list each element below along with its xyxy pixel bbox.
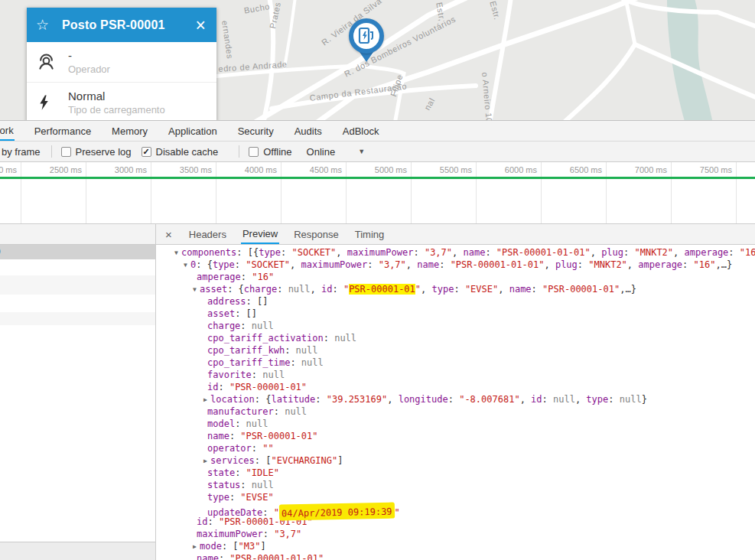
tab-memory[interactable]: Memory bbox=[111, 121, 148, 141]
gridline bbox=[671, 162, 672, 223]
request-row bbox=[0, 312, 155, 325]
tab-adblock[interactable]: AdBlock bbox=[342, 121, 380, 141]
close-detail-icon[interactable]: × bbox=[163, 224, 174, 244]
json-punctuation: ,…} bbox=[715, 259, 732, 270]
json-string: "M3" bbox=[239, 541, 261, 552]
lightning-bolt-icon bbox=[36, 93, 68, 112]
detail-tab-response[interactable]: Response bbox=[292, 224, 340, 244]
json-null: null bbox=[285, 406, 307, 417]
json-null: null bbox=[246, 418, 268, 429]
charging-type-info: Normal Tipo de carregamento bbox=[68, 90, 165, 116]
tab-security[interactable]: Security bbox=[237, 121, 275, 141]
json-line: ▼components: [{type: "SOCKET", maximumPo… bbox=[172, 246, 755, 259]
map-canvas[interactable]: BuchoernandesPratesR. Vieira da SilvaR. … bbox=[0, 0, 755, 121]
json-key: favorite bbox=[207, 370, 252, 380]
json-punctuation: : { bbox=[196, 259, 213, 270]
tick-label: 6500 ms bbox=[548, 162, 602, 177]
toolbar-checkbox-group-1: Preserve log✓Disable cache bbox=[61, 146, 229, 158]
json-punctuation: : bbox=[542, 394, 553, 405]
json-punctuation: ] bbox=[261, 541, 266, 552]
json-string: "PSR-00001-01-01" bbox=[229, 553, 324, 560]
street-label-nal: nal bbox=[422, 96, 437, 112]
json-punctuation: : bbox=[240, 321, 251, 331]
collapse-arrow-icon[interactable]: ▼ bbox=[184, 259, 190, 272]
street-label-estr-: Estr, bbox=[434, 2, 447, 22]
requests-table-header[interactable] bbox=[0, 224, 155, 245]
requests-summary-bar bbox=[0, 542, 155, 560]
json-punctuation: : { bbox=[227, 284, 244, 295]
request-detail-pane: × HeadersPreviewResponseTiming ▼componen… bbox=[156, 224, 755, 560]
info-card-header: ☆ Posto PSR-00001 × bbox=[27, 8, 216, 42]
json-line: id: "PSR-00001-01-01" bbox=[172, 516, 755, 528]
gridline bbox=[151, 162, 151, 223]
chevron-down-icon[interactable]: ▼ bbox=[358, 148, 365, 155]
json-null: null bbox=[301, 357, 324, 368]
json-key: type bbox=[432, 284, 454, 295]
json-punctuation: ] bbox=[337, 455, 343, 466]
detail-tab-timing[interactable]: Timing bbox=[353, 224, 386, 244]
json-string: "IDLE" bbox=[246, 467, 279, 478]
json-string: "PSR-00001-01" bbox=[542, 284, 620, 295]
json-punctuation: , bbox=[520, 394, 531, 405]
json-punctuation: : bbox=[728, 247, 739, 258]
json-line: charge: null bbox=[172, 320, 755, 332]
json-key: type bbox=[586, 394, 608, 405]
json-line: ▼0: {type: "SOCKET", maximumPower: "3,7"… bbox=[172, 259, 755, 271]
json-preview-tree: ▼components: [{type: "SOCKET", maximumPo… bbox=[156, 245, 755, 560]
throttling-select[interactable]: Online bbox=[307, 146, 336, 158]
json-punctuation: : [] bbox=[235, 308, 257, 319]
json-string: "EVCHARGING" bbox=[271, 455, 337, 466]
tick-label: 5500 ms bbox=[418, 162, 472, 177]
json-punctuation: , bbox=[673, 247, 684, 258]
group-by-frame-label[interactable]: by frame bbox=[0, 146, 41, 158]
json-key: plug bbox=[601, 247, 623, 258]
gridline bbox=[606, 162, 607, 223]
json-key: components bbox=[181, 247, 236, 258]
charging-type-label: Tipo de carregamento bbox=[68, 104, 165, 116]
map-marker-charging-station[interactable] bbox=[346, 18, 387, 66]
gridline bbox=[281, 162, 281, 223]
checkbox-box[interactable] bbox=[249, 147, 259, 157]
checkbox-disable-cache[interactable]: ✓Disable cache bbox=[142, 146, 219, 158]
request-row-selected[interactable]: 0 bbox=[0, 245, 155, 259]
json-punctuation: : bbox=[285, 345, 295, 356]
tab-application[interactable]: Application bbox=[168, 121, 218, 141]
expand-arrow-icon[interactable]: ▶ bbox=[193, 541, 200, 553]
detail-tab-preview[interactable]: Preview bbox=[241, 224, 279, 244]
json-punctuation: , bbox=[311, 284, 321, 295]
tab-performance[interactable]: Performance bbox=[34, 121, 92, 141]
checkbox-box[interactable]: ✓ bbox=[142, 147, 151, 157]
expand-arrow-icon[interactable]: ▶ bbox=[203, 455, 210, 467]
json-string: "SOCKET" bbox=[246, 259, 290, 270]
json-line: ▶mode: ["M3"] bbox=[172, 540, 755, 552]
marker-ring bbox=[349, 18, 384, 54]
json-punctuation: : bbox=[277, 284, 288, 295]
json-punctuation: : bbox=[315, 394, 326, 405]
network-overview[interactable]: 2000 ms2500 ms3000 ms3500 ms4000 ms4500 … bbox=[0, 162, 755, 224]
operator-icon bbox=[36, 52, 68, 72]
json-key: maximumPower bbox=[197, 529, 263, 539]
json-line: cpo_tariff_kwh: null bbox=[172, 344, 755, 357]
json-key: cpo_tariff_activation bbox=[207, 333, 324, 343]
json-punctuation: : [{ bbox=[236, 247, 259, 258]
close-icon[interactable]: × bbox=[194, 18, 207, 33]
json-punctuation: , bbox=[627, 259, 638, 270]
json-string: "3,7" bbox=[274, 529, 301, 539]
json-string: "PSR-00001-01-01" bbox=[496, 247, 591, 258]
json-string: " bbox=[394, 507, 399, 518]
checkbox-box[interactable] bbox=[61, 147, 71, 157]
checkbox-offline[interactable]: Offline bbox=[249, 146, 291, 158]
expand-arrow-icon[interactable]: ▶ bbox=[203, 394, 210, 406]
json-punctuation: : bbox=[448, 394, 459, 405]
json-key: name bbox=[207, 431, 229, 441]
collapse-arrow-icon[interactable]: ▼ bbox=[193, 284, 200, 296]
favorite-star-icon[interactable]: ☆ bbox=[36, 16, 62, 34]
operator-info: - Operador bbox=[68, 49, 110, 75]
checkbox-preserve-log[interactable]: Preserve log bbox=[61, 146, 132, 158]
json-key: name bbox=[464, 247, 486, 258]
collapse-arrow-icon[interactable]: ▼ bbox=[174, 247, 181, 259]
tab-audits[interactable]: Audits bbox=[294, 121, 323, 141]
tab-network[interactable]: Network bbox=[0, 121, 15, 141]
operator-row: - Operador bbox=[27, 42, 216, 82]
detail-tab-headers[interactable]: Headers bbox=[187, 224, 228, 244]
